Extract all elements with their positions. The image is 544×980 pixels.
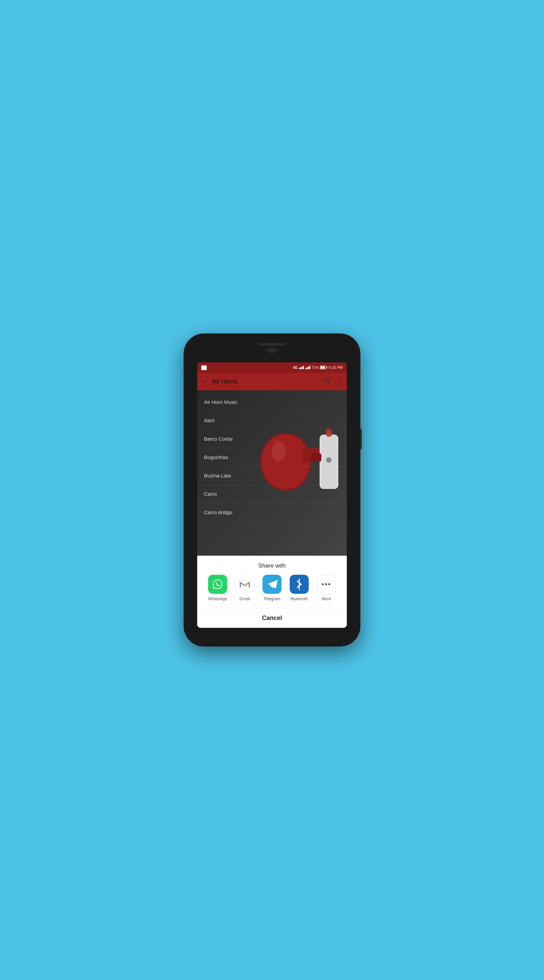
- share-bottom-sheet: Share with WhatsApp: [197, 556, 347, 628]
- telegram-icon: [262, 575, 282, 594]
- whatsapp-icon: [208, 575, 227, 594]
- whatsapp-label: WhatsApp: [208, 597, 227, 601]
- svg-line-7: [325, 381, 327, 382]
- svg-point-6: [327, 382, 329, 383]
- network-type: 4G: [293, 366, 298, 369]
- phone-speaker: [259, 343, 285, 346]
- list-item[interactable]: Air Horn Music: [197, 393, 347, 411]
- list-item[interactable]: Carro: [197, 485, 347, 503]
- telegram-label: Telegram: [263, 597, 280, 601]
- list-item[interactable]: Barco Cortar: [197, 430, 347, 448]
- cancel-button[interactable]: Cancel: [197, 608, 347, 628]
- share-sheet-title: Share with: [197, 563, 347, 569]
- list-item[interactable]: Buzina Lata: [197, 466, 347, 485]
- content-area: Air Hor... Air Horn Music Alert Barco Co…: [197, 390, 347, 628]
- battery-percent: 71%: [312, 366, 319, 369]
- bluetooth-label: Bluetooth: [291, 597, 308, 601]
- svg-point-4: [327, 378, 329, 379]
- more-dots-icon: •••: [321, 580, 331, 589]
- status-bar: 4G 71% 6:: [197, 363, 347, 372]
- page-title: Air Horns: [212, 378, 319, 385]
- time-display: 6:10 PM: [329, 366, 343, 369]
- signal-bars-1: [299, 366, 304, 369]
- phone-screen: 4G 71% 6:: [197, 363, 347, 628]
- more-icon: •••: [317, 575, 336, 594]
- bluetooth-icon: [290, 575, 309, 594]
- app-bar-actions: ⋮: [323, 377, 343, 386]
- more-label: More: [322, 597, 331, 601]
- gmail-label: Gmail: [239, 597, 250, 601]
- list-item[interactable]: Alert: [197, 411, 347, 430]
- menu-list: Air Horn Music Alert Barco Cortar Boguin…: [197, 390, 347, 524]
- phone-device: 4G 71% 6:: [184, 334, 360, 646]
- list-item[interactable]: Carro Antigo: [197, 503, 347, 522]
- share-app-whatsapp[interactable]: WhatsApp: [207, 575, 228, 601]
- notification-icon: [201, 366, 207, 369]
- battery-icon: [320, 366, 327, 369]
- share-button[interactable]: [323, 377, 330, 386]
- svg-rect-2: [327, 367, 327, 368]
- overflow-menu-button[interactable]: ⋮: [335, 377, 343, 386]
- gmail-icon: [235, 575, 254, 594]
- back-button[interactable]: ←: [201, 378, 208, 385]
- status-right: 4G 71% 6:: [293, 366, 343, 369]
- status-left: [201, 366, 207, 369]
- share-apps-row: WhatsApp: [197, 575, 347, 608]
- app-bar: ← Air Horns ⋮: [197, 372, 347, 390]
- share-app-gmail[interactable]: Gmail: [234, 575, 256, 601]
- phone-side-button: [360, 429, 362, 449]
- svg-line-8: [325, 379, 327, 380]
- list-item[interactable]: Boguinhas: [197, 448, 347, 466]
- share-app-bluetooth[interactable]: Bluetooth: [288, 575, 310, 601]
- svg-rect-0: [201, 366, 206, 370]
- svg-point-5: [324, 380, 326, 382]
- signal-bars-2: [305, 366, 311, 369]
- share-app-more[interactable]: ••• More: [316, 575, 337, 601]
- share-app-telegram[interactable]: Telegram: [261, 575, 283, 601]
- phone-speaker-bottom: [265, 349, 279, 351]
- svg-rect-3: [320, 366, 325, 369]
